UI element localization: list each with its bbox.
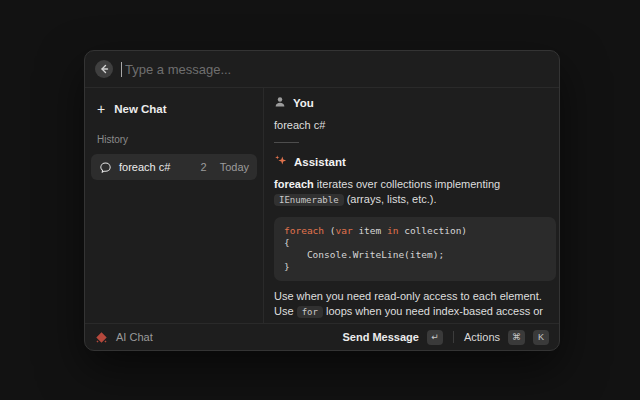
new-chat-label: New Chat: [114, 103, 166, 115]
history-section-label: History: [91, 134, 257, 145]
actions-button[interactable]: Actions: [464, 331, 500, 343]
message-input[interactable]: Type a message...: [125, 62, 231, 77]
assistant-paragraph-1: foreach iterates over collections implem…: [274, 177, 559, 208]
user-message-header: You: [274, 96, 549, 110]
inline-code-for: for: [297, 306, 323, 318]
back-button[interactable]: [95, 60, 113, 78]
footer-separator: [453, 331, 454, 343]
back-arrow-icon: [99, 64, 109, 74]
text-cursor: [121, 62, 122, 77]
assistant-name: Assistant: [294, 156, 346, 168]
send-message-button[interactable]: Send Message: [343, 331, 419, 343]
new-chat-button[interactable]: + New Chat: [91, 98, 257, 120]
inline-code-ienumerable: IEnumerable: [274, 194, 344, 206]
paragraph-text: iterates over collections implementing: [314, 178, 500, 190]
chat-bubble-icon: [99, 161, 112, 174]
assistant-message-header: Assistant: [274, 154, 549, 169]
cmd-key-icon: ⌘: [508, 330, 525, 345]
app-name-label: AI Chat: [116, 331, 153, 343]
ai-chat-window: Type a message... + New Chat History for…: [84, 50, 560, 351]
history-item-title: foreach c#: [119, 161, 194, 173]
message-divider: [274, 142, 299, 143]
history-item-count: 2: [201, 161, 207, 173]
raycast-logo-icon: [95, 331, 108, 344]
paragraph-text: (arrays, lists, etc.).: [344, 193, 437, 205]
user-name: You: [293, 97, 314, 109]
plus-icon: +: [97, 102, 105, 116]
message-input-bar: Type a message...: [85, 51, 559, 88]
sparkles-icon: [274, 154, 287, 169]
history-item-foreach[interactable]: foreach c# 2 Today: [91, 154, 257, 180]
return-key-icon: ↵: [427, 330, 443, 345]
user-message-text: foreach c#: [274, 119, 549, 131]
user-avatar-icon: [274, 96, 286, 110]
chat-transcript: You foreach c# Assistant foreach iterate…: [264, 88, 559, 323]
assistant-paragraph-2: Use when you need read-only access to ea…: [274, 289, 559, 323]
history-item-date: Today: [220, 161, 249, 173]
k-key-icon: K: [533, 330, 549, 345]
footer-bar: AI Chat Send Message ↵ Actions ⌘ K: [85, 323, 559, 350]
code-block-csharp[interactable]: foreach (var item in collection){ Consol…: [274, 217, 556, 281]
sidebar: + New Chat History foreach c# 2 Today: [85, 88, 264, 323]
keyword-text: foreach: [274, 178, 314, 190]
